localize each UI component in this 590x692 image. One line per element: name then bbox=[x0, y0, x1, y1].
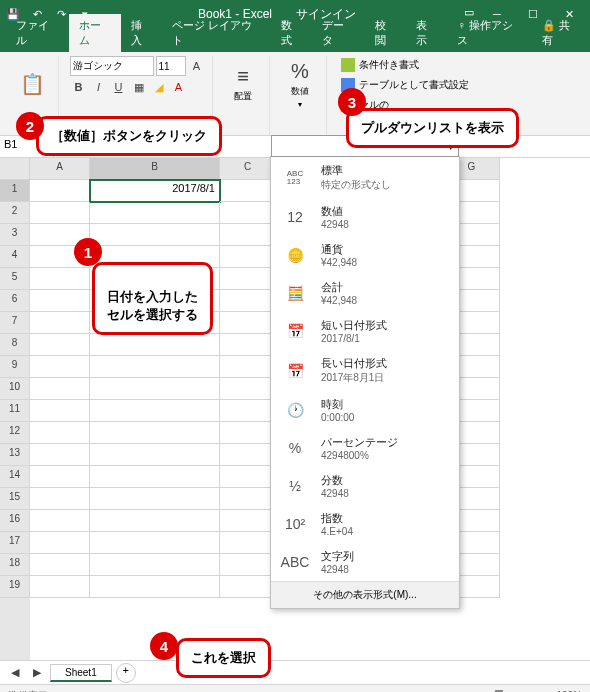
cell[interactable] bbox=[90, 488, 220, 510]
tab-数式[interactable]: 数式 bbox=[271, 14, 312, 52]
format-option-パーセンテージ[interactable]: %パーセンテージ4294800% bbox=[271, 429, 459, 467]
tab-データ[interactable]: データ bbox=[312, 14, 364, 52]
row-header[interactable]: 7 bbox=[0, 312, 30, 334]
row-header[interactable]: 12 bbox=[0, 422, 30, 444]
row-header[interactable]: 13 bbox=[0, 444, 30, 466]
bold-button[interactable]: B bbox=[70, 78, 88, 96]
row-header[interactable]: 17 bbox=[0, 532, 30, 554]
cell[interactable] bbox=[90, 378, 220, 400]
format-option-時刻[interactable]: 🕐時刻0:00:00 bbox=[271, 391, 459, 429]
cell[interactable] bbox=[220, 510, 276, 532]
normal-view-icon[interactable]: ▦ bbox=[375, 687, 393, 693]
tab-挿入[interactable]: 挿入 bbox=[121, 14, 162, 52]
cell[interactable] bbox=[90, 202, 220, 224]
col-header[interactable]: C bbox=[220, 158, 276, 180]
cell[interactable] bbox=[220, 532, 276, 554]
row-header[interactable]: 1 bbox=[0, 180, 30, 202]
format-option-長い日付形式[interactable]: 📅長い日付形式2017年8月1日 bbox=[271, 350, 459, 391]
cell[interactable] bbox=[220, 444, 276, 466]
sheet-nav-prev-icon[interactable]: ◀ bbox=[6, 664, 24, 682]
cell[interactable] bbox=[30, 466, 90, 488]
fill-color-button[interactable]: ◢ bbox=[150, 78, 168, 96]
cell[interactable] bbox=[220, 378, 276, 400]
cell[interactable] bbox=[90, 510, 220, 532]
border-button[interactable]: ▦ bbox=[130, 78, 148, 96]
row-header[interactable]: 18 bbox=[0, 554, 30, 576]
col-header[interactable]: A bbox=[30, 158, 90, 180]
cell[interactable] bbox=[220, 488, 276, 510]
cell[interactable] bbox=[90, 532, 220, 554]
select-all-corner[interactable] bbox=[0, 158, 30, 180]
cell[interactable] bbox=[90, 356, 220, 378]
cell[interactable]: 2017/8/1 bbox=[90, 180, 220, 202]
format-option-分数[interactable]: ½分数42948 bbox=[271, 467, 459, 505]
increase-font-button[interactable]: A bbox=[188, 57, 206, 75]
format-option-文字列[interactable]: ABC文字列42948 bbox=[271, 543, 459, 581]
cell[interactable] bbox=[220, 180, 276, 202]
row-header[interactable]: 6 bbox=[0, 290, 30, 312]
more-formats-item[interactable]: その他の表示形式(M)... bbox=[271, 581, 459, 608]
page-break-view-icon[interactable]: ▥ bbox=[423, 687, 441, 693]
cell[interactable] bbox=[30, 180, 90, 202]
cell[interactable] bbox=[30, 334, 90, 356]
align-button[interactable]: ≡配置 bbox=[223, 56, 263, 112]
tab-ファイル[interactable]: ファイル bbox=[6, 14, 69, 52]
cell[interactable] bbox=[220, 466, 276, 488]
row-header[interactable]: 16 bbox=[0, 510, 30, 532]
tab-ホーム[interactable]: ホーム bbox=[69, 14, 121, 52]
cell[interactable] bbox=[220, 246, 276, 268]
cell[interactable] bbox=[220, 356, 276, 378]
cell[interactable] bbox=[30, 268, 90, 290]
row-header[interactable]: 14 bbox=[0, 466, 30, 488]
cell[interactable] bbox=[90, 334, 220, 356]
cell[interactable] bbox=[220, 290, 276, 312]
underline-button[interactable]: U bbox=[110, 78, 128, 96]
cell[interactable] bbox=[90, 444, 220, 466]
sheet-nav-next-icon[interactable]: ▶ bbox=[28, 664, 46, 682]
cell[interactable] bbox=[30, 312, 90, 334]
cell[interactable] bbox=[30, 400, 90, 422]
cell[interactable] bbox=[90, 422, 220, 444]
cell[interactable] bbox=[90, 466, 220, 488]
tab-校閲[interactable]: 校閲 bbox=[365, 14, 406, 52]
cell[interactable] bbox=[90, 224, 220, 246]
cell[interactable] bbox=[90, 400, 220, 422]
cell[interactable] bbox=[30, 488, 90, 510]
row-header[interactable]: 11 bbox=[0, 400, 30, 422]
cell[interactable] bbox=[220, 334, 276, 356]
cell[interactable] bbox=[30, 510, 90, 532]
col-header[interactable]: B bbox=[90, 158, 220, 180]
cell[interactable] bbox=[30, 378, 90, 400]
font-color-button[interactable]: A bbox=[170, 78, 188, 96]
row-header[interactable]: 8 bbox=[0, 334, 30, 356]
cell[interactable] bbox=[220, 312, 276, 334]
font-size-select[interactable] bbox=[156, 56, 186, 76]
row-header[interactable]: 10 bbox=[0, 378, 30, 400]
cell[interactable] bbox=[90, 554, 220, 576]
add-sheet-button[interactable]: + bbox=[116, 663, 136, 683]
row-header[interactable]: 19 bbox=[0, 576, 30, 598]
cell[interactable] bbox=[220, 422, 276, 444]
cell[interactable] bbox=[220, 224, 276, 246]
format-option-通貨[interactable]: 🪙通貨¥42,948 bbox=[271, 236, 459, 274]
cell[interactable] bbox=[90, 576, 220, 598]
cell[interactable] bbox=[30, 422, 90, 444]
sheet-tab[interactable]: Sheet1 bbox=[50, 664, 112, 682]
format-option-標準[interactable]: ABC123標準特定の形式なし bbox=[271, 157, 459, 198]
cell[interactable] bbox=[220, 268, 276, 290]
number-format-button[interactable]: %数値▾ bbox=[280, 56, 320, 112]
font-name-select[interactable] bbox=[70, 56, 154, 76]
cell[interactable] bbox=[220, 554, 276, 576]
cell[interactable] bbox=[30, 444, 90, 466]
row-header[interactable]: 5 bbox=[0, 268, 30, 290]
tab-ページ レイアウト[interactable]: ページ レイアウト bbox=[162, 14, 271, 52]
format-option-指数[interactable]: 10²指数4.E+04 bbox=[271, 505, 459, 543]
paste-button[interactable]: 📋 bbox=[12, 56, 52, 112]
row-header[interactable]: 9 bbox=[0, 356, 30, 378]
tab-表示[interactable]: 表示 bbox=[406, 14, 447, 52]
format-option-数値[interactable]: 12数値42948 bbox=[271, 198, 459, 236]
cell[interactable] bbox=[30, 290, 90, 312]
row-header[interactable]: 15 bbox=[0, 488, 30, 510]
format-option-会計[interactable]: 🧮会計¥42,948 bbox=[271, 274, 459, 312]
cell[interactable] bbox=[220, 576, 276, 598]
